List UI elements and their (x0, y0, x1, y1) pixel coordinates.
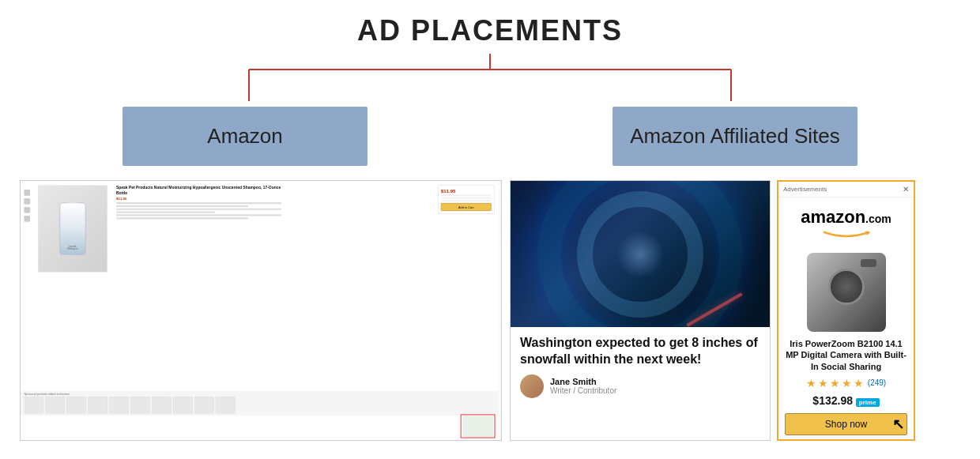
amazon-dotcom: .com (865, 213, 891, 225)
sponsored-strip: Sponsored products related to this item (21, 391, 499, 416)
sponsored-products (24, 397, 495, 414)
ad-highlight-box (461, 414, 496, 438)
detail-line-2 (116, 205, 248, 207)
star-2: ★ (818, 377, 828, 389)
sponsored-item-5[interactable] (109, 397, 129, 414)
cursor-icon: ↖ (892, 416, 904, 433)
buybox-line-2 (441, 198, 492, 199)
sponsored-item-1[interactable] (24, 397, 43, 414)
news-hero-glow (616, 231, 664, 278)
review-count: (249) (868, 378, 886, 387)
sidebar-icon-3 (24, 207, 30, 213)
sponsored-item-9[interactable] (194, 397, 214, 414)
screenshots-row: ispeakShampoo Speak Pet Products Natural… (0, 180, 980, 441)
star-half: ★ (854, 377, 864, 389)
buybox-price: $11.95 (441, 188, 492, 194)
ad-label-text: Advertisements (783, 186, 827, 193)
star-4: ★ (842, 377, 852, 389)
product-image: ispeakShampoo (38, 186, 107, 273)
detail-line-1 (116, 202, 281, 204)
buy-box: $11.95 Add to Cart (438, 186, 495, 214)
amazon-category-box: Amazon (122, 107, 368, 166)
star-3: ★ (830, 377, 840, 389)
ad-header: Advertisements ✕ (778, 182, 914, 198)
ad-price: $132.98 (812, 394, 853, 407)
org-chart-lines (126, 54, 854, 101)
amazon-smile-icon (823, 229, 870, 239)
ad-prime-label: prime (856, 397, 880, 406)
news-hero-accent (686, 292, 742, 326)
add-to-cart-button[interactable]: Add to Cart (441, 203, 492, 211)
amazon-logo-text: amazon.com (785, 207, 907, 228)
news-byline: Jane Smith Writer / Contributor (520, 374, 760, 398)
ad-close-button[interactable]: ✕ (903, 185, 909, 194)
detail-line-5 (116, 215, 281, 216)
author-avatar (520, 374, 544, 398)
amazon-sidebar (24, 190, 30, 222)
amazon-screenshot: ispeakShampoo Speak Pet Products Natural… (20, 180, 502, 441)
product-price: $11.95 (116, 198, 281, 201)
author-name: Jane Smith (550, 377, 616, 386)
sidebar-icon-4 (24, 216, 30, 222)
news-headline: Washington expected to get 8 inches of s… (520, 335, 760, 368)
amazon-ad-banner: Advertisements ✕ amazon.com Iris PowerZo… (777, 180, 915, 441)
affiliated-category-box: Amazon Affiliated Sites (612, 107, 858, 166)
sidebar-icon-2 (24, 198, 30, 205)
category-boxes-row: Amazon Amazon Affiliated Sites (0, 107, 980, 166)
sponsored-item-8[interactable] (173, 397, 193, 414)
page-title: AD PLACEMENTS (0, 0, 980, 47)
product-rating: ★ ★ ★ ★ ★ (249) (778, 377, 914, 389)
star-1: ★ (806, 377, 816, 389)
amazon-logo-area: amazon.com (778, 198, 914, 246)
sidebar-icon-1 (24, 190, 30, 196)
affiliated-area: Washington expected to get 8 inches of s… (510, 180, 960, 441)
news-hero-image (511, 181, 770, 327)
buybox-line-1 (441, 195, 492, 197)
sponsored-item-3[interactable] (66, 397, 86, 414)
product-label: ispeakShampoo (67, 245, 78, 250)
detail-line-6 (116, 217, 248, 219)
prime-logo: prime (856, 398, 880, 407)
sponsored-item-10[interactable] (216, 397, 236, 414)
ad-product-title: Iris PowerZoom B2100 14.1 MP Digital Cam… (778, 338, 914, 372)
shop-now-button[interactable]: Shop now (785, 413, 907, 435)
detail-line-4 (116, 212, 215, 213)
sponsored-item-2[interactable] (45, 397, 65, 414)
sponsored-item-4[interactable] (88, 397, 107, 414)
news-article-mockup: Washington expected to get 8 inches of s… (510, 180, 771, 441)
amazon-inner: ispeakShampoo Speak Pet Products Natural… (21, 181, 499, 441)
author-info: Jane Smith Writer / Contributor (550, 377, 616, 395)
ad-inner-content (462, 416, 493, 436)
author-role: Writer / Contributor (550, 386, 616, 395)
ad-price-row: $132.98 prime (778, 394, 914, 407)
product-details: Speak Pet Products Natural Moisturizing … (116, 186, 281, 221)
sponsored-item-6[interactable] (130, 397, 150, 414)
product-title: Speak Pet Products Natural Moisturizing … (116, 186, 281, 196)
sponsored-label: Sponsored products related to this item (24, 393, 495, 395)
page-wrapper: AD PLACEMENTS Amazon Amazon Affiliated S… (0, 0, 980, 459)
buybox-line-3 (441, 200, 492, 201)
news-content: Washington expected to get 8 inches of s… (511, 327, 770, 406)
detail-line-3 (116, 209, 281, 210)
product-bottle: ispeakShampoo (60, 203, 86, 255)
camera-product-image (807, 253, 886, 332)
sponsored-item-7[interactable] (152, 397, 172, 414)
